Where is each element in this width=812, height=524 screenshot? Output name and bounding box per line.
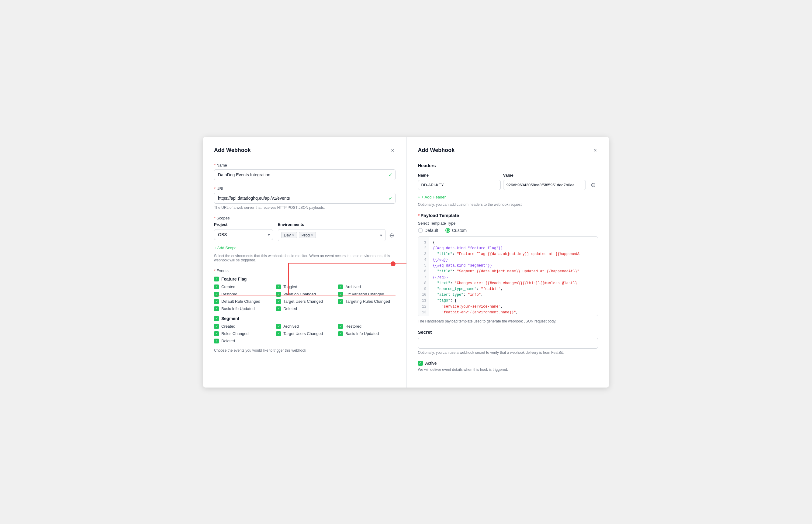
seg-rules-changed-checkbox[interactable]: ✓ <box>214 331 219 336</box>
env-input-wrapper: Dev × Prod × ▾ ⊖ <box>278 229 395 241</box>
seg-item-target-users: ✓ Target Users Changed <box>276 331 333 336</box>
env-tag-prod-close[interactable]: × <box>311 233 313 237</box>
left-panel-header: Add Webhook × <box>214 147 395 154</box>
custom-radio-inner <box>446 229 449 232</box>
secret-input[interactable] <box>418 338 598 349</box>
ff-col2: ✓ Toggled ✓ Variation Changed ✓ Target U… <box>276 284 333 311</box>
name-input[interactable] <box>214 169 395 180</box>
seg-item-created: ✓ Created <box>214 324 271 329</box>
ff-basic-info-checkbox[interactable]: ✓ <box>214 306 219 311</box>
segment-checkbox[interactable]: ✓ <box>214 316 219 321</box>
ff-archived-checkbox[interactable]: ✓ <box>338 284 343 289</box>
add-header-button[interactable]: + + Add Header <box>418 194 446 201</box>
url-input[interactable] <box>214 193 395 203</box>
ff-col3: ✓ Archived ✓ Off Variation Changed ✓ Tar… <box>338 284 395 311</box>
url-required-star: * <box>214 186 215 191</box>
seg-target-users-checkbox[interactable]: ✓ <box>276 331 281 336</box>
segment-check-icon: ✓ <box>215 317 218 320</box>
ff-item-toggled: ✓ Toggled <box>276 284 333 289</box>
headers-title: Headers <box>418 163 598 168</box>
ff-item-deleted: ✓ Deleted <box>276 306 333 311</box>
right-close-button[interactable]: × <box>592 147 598 154</box>
events-required-star: * <box>214 268 215 273</box>
ff-targeting-rules-checkbox[interactable]: ✓ <box>338 299 343 304</box>
payload-section: * Payload Template Select Template Type … <box>418 213 598 323</box>
ff-item-off-variation: ✓ Off Variation Changed <box>338 292 395 297</box>
ff-target-users-checkbox[interactable]: ✓ <box>276 299 281 304</box>
seg-col2: ✓ Archived ✓ Target Users Changed <box>276 324 333 343</box>
seg-restored-checkbox[interactable]: ✓ <box>338 324 343 329</box>
active-section: ✓ Active We will deliver event details w… <box>418 361 598 372</box>
environments-col: Environments Dev × Prod × ▾ <box>278 222 395 241</box>
seg-archived-checkbox[interactable]: ✓ <box>276 324 281 329</box>
scopes-section: * Scopes Project OBS ▾ Environments <box>214 216 395 262</box>
seg-item-archived: ✓ Archived <box>276 324 333 329</box>
ff-item-basic-info: ✓ Basic Info Updated <box>214 306 271 311</box>
ff-item-default-rule: ✓ Default Rule Changed <box>214 299 271 304</box>
headers-table: Name Value ⊖ <box>418 173 598 190</box>
left-close-icon: × <box>391 147 394 153</box>
url-label: * URL <box>214 186 395 191</box>
ff-default-rule-checkbox[interactable]: ✓ <box>214 299 219 304</box>
ff-item-targeting-rules: ✓ Targeting Rules Changed <box>338 299 395 304</box>
secret-title: Secret <box>418 329 598 334</box>
seg-item-basic-info: ✓ Basic Info Updated <box>338 331 395 336</box>
header-row-1: ⊖ <box>418 180 598 190</box>
name-input-wrapper: ✓ <box>214 169 395 180</box>
ff-variation-checkbox[interactable]: ✓ <box>276 292 281 297</box>
project-header: Project <box>214 222 273 227</box>
template-custom-radio[interactable]: Custom <box>445 228 467 233</box>
feature-flag-checkbox[interactable]: ✓ <box>214 277 219 281</box>
seg-item-rules-changed: ✓ Rules Changed <box>214 331 271 336</box>
environments-header: Environments <box>278 222 395 227</box>
active-label: Active <box>425 361 437 366</box>
url-check-icon: ✓ <box>389 195 392 201</box>
remove-scope-button[interactable]: ⊖ <box>388 230 395 240</box>
ff-restored-checkbox[interactable]: ✓ <box>214 292 219 297</box>
project-select[interactable]: OBS <box>214 229 273 240</box>
header-name-input[interactable] <box>418 180 501 190</box>
ff-off-variation-checkbox[interactable]: ✓ <box>338 292 343 297</box>
payload-title: * Payload Template <box>418 213 598 218</box>
payload-hint: The Handlebars payload template used to … <box>418 319 598 323</box>
add-header-label: + Add Header <box>421 195 446 199</box>
right-panel: Add Webhook × Headers Name Value ⊖ <box>407 137 609 388</box>
url-input-wrapper: ✓ <box>214 193 395 203</box>
seg-basic-info-checkbox[interactable]: ✓ <box>338 331 343 336</box>
env-tag-prod: Prod × <box>299 232 316 238</box>
env-tags-input[interactable]: Dev × Prod × ▾ <box>278 229 386 241</box>
add-scope-button[interactable]: + Add Scope <box>214 244 237 251</box>
name-label: * Name <box>214 163 395 167</box>
ff-deleted-checkbox[interactable]: ✓ <box>276 306 281 311</box>
seg-deleted-checkbox[interactable]: ✓ <box>214 339 219 343</box>
url-group: * URL ✓ The URL of a web server that rec… <box>214 186 395 210</box>
segment-label: Segment <box>221 316 239 321</box>
scopes-label: * Scopes <box>214 216 395 220</box>
custom-radio-circle <box>445 228 450 233</box>
template-type-radio-group: Default Custom <box>418 228 598 233</box>
feature-flag-items-grid: ✓ Created ✓ Restored ✓ Default Rule Chan… <box>214 284 395 311</box>
remove-header-button[interactable]: ⊖ <box>588 181 598 189</box>
segment-category: ✓ Segment ✓ Created ✓ Rules Changed <box>214 316 395 343</box>
name-required-star: * <box>214 163 215 167</box>
ff-created-checkbox[interactable]: ✓ <box>214 284 219 289</box>
code-editor[interactable]: 12345678910111213 { {{#eq data.kind "fea… <box>418 236 598 316</box>
feature-flag-header: ✓ Feature Flag <box>214 277 395 281</box>
scopes-row: Project OBS ▾ Environments Dev <box>214 222 395 241</box>
ff-item-restored: ✓ Restored <box>214 292 271 297</box>
ff-toggled-checkbox[interactable]: ✓ <box>276 284 281 289</box>
seg-created-checkbox[interactable]: ✓ <box>214 324 219 329</box>
env-chevron-icon: ▾ <box>380 233 382 238</box>
active-item: ✓ Active <box>418 361 598 366</box>
left-panel-title: Add Webhook <box>214 147 251 153</box>
active-checkbox[interactable]: ✓ <box>418 361 423 366</box>
url-hint: The URL of a web server that receives HT… <box>214 206 395 210</box>
headers-hint: Optionally, you can add custom headers t… <box>418 202 598 207</box>
template-default-radio[interactable]: Default <box>418 228 438 233</box>
env-tag-dev-close[interactable]: × <box>292 233 294 237</box>
feature-flag-check-icon: ✓ <box>215 277 218 280</box>
events-hint: Choose the events you would like to trig… <box>214 348 395 353</box>
header-value-input[interactable] <box>503 180 586 190</box>
left-close-button[interactable]: × <box>390 147 395 154</box>
remove-header-icon: ⊖ <box>591 181 596 189</box>
